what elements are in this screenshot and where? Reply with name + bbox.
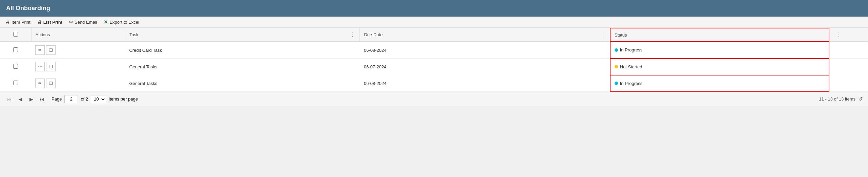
- row1-task-value: Credit Card Task: [129, 48, 162, 53]
- page-header: All Onboarding: [0, 0, 868, 17]
- row1-actions-cell: ✏ ❑: [31, 42, 125, 59]
- excel-icon: ✕: [104, 19, 108, 25]
- row3-status-label: In Progress: [620, 81, 642, 86]
- row1-checkbox-cell: [0, 42, 31, 59]
- table-body: ✏ ❑ Credit Card Task 06-08-2024 In Progr…: [0, 42, 868, 92]
- pagination-bar: ⏮ ◀ ▶ ⏭ Page of 2 10 25 50 items per pag…: [0, 92, 868, 106]
- duedate-header-label: Due Date: [364, 32, 383, 37]
- refresh-button[interactable]: ↺: [858, 96, 863, 102]
- row2-status-label: Not Started: [620, 64, 642, 69]
- row1-action-buttons: ✏ ❑: [35, 45, 121, 55]
- header-extra: ⋮: [829, 28, 868, 42]
- first-page-button[interactable]: ⏮: [5, 95, 14, 103]
- header-duedate: Due Date ⋮: [360, 28, 610, 42]
- row2-copy-button[interactable]: ❑: [46, 62, 56, 71]
- row2-duedate-value: 06-07-2024: [364, 64, 387, 69]
- last-page-button[interactable]: ⏭: [38, 95, 46, 103]
- row3-status-wrapper: In Progress: [615, 81, 825, 86]
- status-header-label: Status: [615, 32, 627, 38]
- row1-copy-button[interactable]: ❑: [46, 45, 56, 55]
- row2-checkbox-cell: [0, 59, 31, 75]
- row3-task-value: General Tasks: [129, 81, 157, 86]
- row1-duedate-cell: 06-08-2024: [360, 42, 610, 59]
- next-page-button[interactable]: ▶: [27, 95, 35, 103]
- items-per-page-label: items per page: [109, 96, 138, 102]
- row3-action-buttons: ✏ ❑: [35, 79, 121, 88]
- duedate-column-menu-icon[interactable]: ⋮: [598, 31, 606, 38]
- row2-duedate-cell: 06-07-2024: [360, 59, 610, 75]
- row3-duedate-value: 06-08-2024: [364, 81, 387, 86]
- row2-status-wrapper: Not Started: [615, 64, 825, 69]
- row2-task-value: General Tasks: [129, 64, 157, 69]
- send-email-label: Send Email: [75, 20, 97, 25]
- item-print-label: Item Print: [12, 20, 30, 25]
- row1-checkbox[interactable]: [13, 47, 18, 52]
- table-row: ✏ ❑ General Tasks 06-08-2024 In Progress: [0, 75, 868, 92]
- row3-status-cell: In Progress: [610, 75, 829, 92]
- row1-status-wrapper: In Progress: [615, 47, 825, 52]
- table-container: Actions Task ⋮ Due Date ⋮ Statu: [0, 28, 868, 92]
- export-excel-button[interactable]: ✕ Export to Excel: [104, 19, 139, 25]
- row3-duedate-cell: 06-08-2024: [360, 75, 610, 92]
- extra-column-menu-icon[interactable]: ⋮: [833, 32, 842, 38]
- list-print-button[interactable]: 🖨 List Print: [37, 20, 62, 25]
- row3-task-cell: General Tasks: [125, 75, 360, 92]
- row2-extra-cell: [829, 59, 868, 75]
- row1-duedate-value: 06-08-2024: [364, 48, 387, 53]
- row1-extra-cell: [829, 42, 868, 59]
- row2-action-buttons: ✏ ❑: [35, 62, 121, 71]
- printer-icon: 🖨: [5, 20, 10, 25]
- data-table: Actions Task ⋮ Due Date ⋮ Statu: [0, 28, 868, 92]
- header-status: Status: [610, 28, 829, 42]
- row1-edit-button[interactable]: ✏: [35, 45, 45, 55]
- row3-checkbox-cell: [0, 75, 31, 92]
- row2-checkbox[interactable]: [13, 64, 18, 69]
- row3-copy-button[interactable]: ❑: [46, 79, 56, 88]
- row2-actions-cell: ✏ ❑: [31, 59, 125, 75]
- row3-edit-button[interactable]: ✏: [35, 79, 45, 88]
- items-range-label: 11 - 13 of 13 items: [819, 96, 855, 102]
- row3-status-dot: [615, 82, 618, 85]
- items-per-page-select[interactable]: 10 25 50: [91, 95, 106, 103]
- row1-status-dot: [615, 48, 618, 52]
- pagination-right-section: 11 - 13 of 13 items ↺: [819, 96, 863, 102]
- table-header-row: Actions Task ⋮ Due Date ⋮ Statu: [0, 28, 868, 42]
- row2-task-cell: General Tasks: [125, 59, 360, 75]
- row2-status-dot: [615, 65, 618, 68]
- table-row: ✏ ❑ General Tasks 06-07-2024 Not Started: [0, 59, 868, 75]
- page-label: Page: [51, 96, 62, 102]
- list-print-label: List Print: [43, 20, 62, 25]
- row1-task-cell: Credit Card Task: [125, 42, 360, 59]
- header-task: Task ⋮: [125, 28, 360, 42]
- task-header-label: Task: [129, 32, 139, 37]
- row3-actions-cell: ✏ ❑: [31, 75, 125, 92]
- printer-icon-2: 🖨: [37, 20, 42, 25]
- row3-checkbox[interactable]: [13, 81, 18, 85]
- header-checkbox-cell: [0, 28, 31, 42]
- item-print-button[interactable]: 🖨 Item Print: [5, 20, 30, 25]
- page-number-input[interactable]: [64, 95, 78, 103]
- page-title: All Onboarding: [6, 5, 50, 12]
- row2-status-cell: Not Started: [610, 59, 829, 75]
- toolbar: 🖨 Item Print 🖨 List Print ✉ Send Email ✕…: [0, 17, 868, 28]
- row2-edit-button[interactable]: ✏: [35, 62, 45, 71]
- prev-page-button[interactable]: ◀: [16, 95, 24, 103]
- email-icon: ✉: [69, 20, 73, 25]
- table-row: ✏ ❑ Credit Card Task 06-08-2024 In Progr…: [0, 42, 868, 59]
- of-total-pages: of 2: [81, 96, 88, 102]
- send-email-button[interactable]: ✉ Send Email: [69, 20, 97, 25]
- task-column-menu-icon[interactable]: ⋮: [347, 31, 355, 38]
- export-excel-label: Export to Excel: [109, 20, 139, 25]
- actions-header-label: Actions: [36, 32, 50, 37]
- row1-status-cell: In Progress: [610, 42, 829, 59]
- select-all-checkbox[interactable]: [13, 32, 18, 37]
- header-actions: Actions: [31, 28, 125, 42]
- row3-extra-cell: [829, 75, 868, 92]
- row1-status-label: In Progress: [620, 47, 642, 52]
